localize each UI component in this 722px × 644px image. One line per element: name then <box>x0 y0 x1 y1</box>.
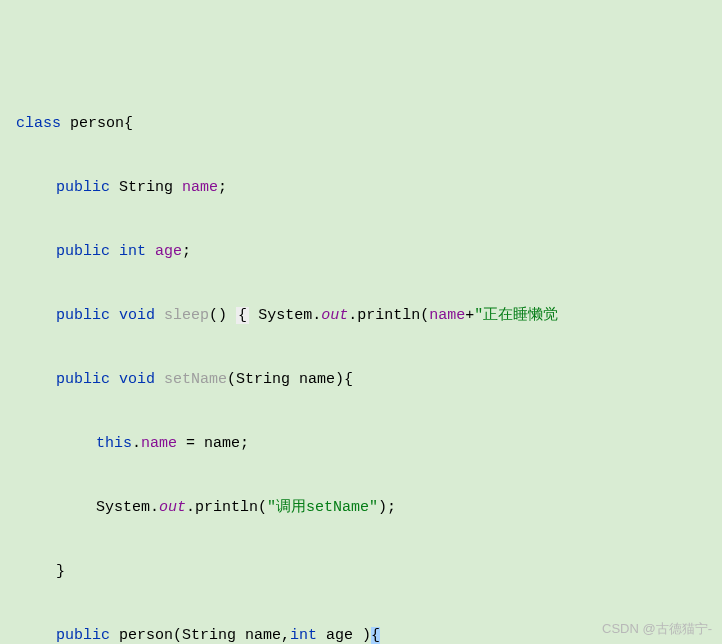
code-line: public int age; <box>0 236 722 268</box>
code-line: public void setName(String name){ <box>0 364 722 396</box>
code-line: class person{ <box>0 108 722 140</box>
brace-match-highlight: { <box>371 627 380 644</box>
brace-match-highlight: { <box>236 307 249 324</box>
code-line: this.name = name; <box>0 428 722 460</box>
code-line: } <box>0 556 722 588</box>
code-editor[interactable]: class person{ public String name; public… <box>0 68 722 644</box>
code-line: public String name; <box>0 172 722 204</box>
code-line: System.out.println("调用setName"); <box>0 492 722 524</box>
code-line: public void sleep() { System.out.println… <box>0 300 722 332</box>
watermark: CSDN @古德猫宁- <box>602 620 712 638</box>
